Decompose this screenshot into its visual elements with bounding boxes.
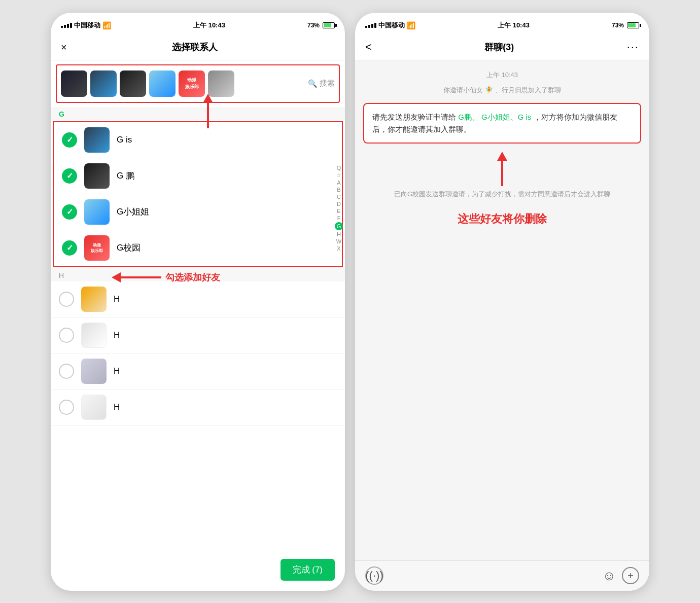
- contact-g-jiejie[interactable]: G小姐姐: [54, 194, 342, 230]
- time-right: 上午 10:43: [498, 21, 530, 30]
- status-bar-left: 中国移动 📶 上午 10:43 73%: [51, 13, 345, 35]
- name-g-xiaoyuan: G校园: [117, 242, 334, 254]
- check-g-is[interactable]: [62, 132, 77, 148]
- warning-highlight: G鹏、 G小姐姐、G is: [458, 113, 531, 121]
- emoji-button[interactable]: ☺: [602, 568, 616, 584]
- name-h-2: H: [114, 330, 337, 340]
- alpha-b[interactable]: B: [337, 187, 340, 193]
- chat-timestamp: 上午 10:43: [363, 70, 641, 80]
- check-h-4[interactable]: [59, 400, 74, 415]
- status-right-right: 73%: [612, 22, 639, 29]
- check-g-jiejie[interactable]: [62, 204, 77, 220]
- selected-thumbnails-row: 动漫娱乐郎 🔍 搜索: [56, 64, 340, 103]
- alpha-e[interactable]: E: [337, 208, 340, 214]
- contact-h-4[interactable]: H: [51, 389, 345, 425]
- name-g-jiejie: G小姐姐: [117, 206, 334, 218]
- signal-bar-r2: [368, 25, 370, 28]
- system-message: 你邀请小仙女 🧚 、行月归思加入了群聊: [363, 86, 641, 95]
- contact-h-3[interactable]: H: [51, 353, 345, 389]
- h-contacts-group: H H H H: [51, 281, 345, 425]
- thumb-3: [120, 70, 146, 97]
- battery-percent-left: 73%: [307, 22, 320, 29]
- contact-g-peng[interactable]: G 鹏: [54, 158, 342, 194]
- page-title-left: 选择联系人: [172, 41, 218, 53]
- status-left-right: 中国移动 📶: [365, 21, 415, 30]
- avatar-h-2: [81, 323, 107, 348]
- g-contacts-group: G is G 鹏 G小姐姐 动漫娱乐郎 G校园: [53, 121, 343, 267]
- check-h-3[interactable]: [59, 364, 74, 379]
- name-h-1: H: [114, 294, 337, 304]
- signal-bar-r4: [374, 23, 376, 28]
- voice-button[interactable]: ((·)): [365, 566, 383, 585]
- search-text: 搜索: [320, 79, 335, 88]
- right-phone: 中国移动 📶 上午 10:43 73% < 群聊(3) ··· 上午 10:43…: [355, 13, 649, 591]
- alpha-x[interactable]: X: [337, 245, 340, 252]
- check-h-1[interactable]: [59, 292, 74, 307]
- contact-g-xiaoyuan[interactable]: 动漫娱乐郎 G校园: [54, 230, 342, 266]
- annotation-arrow-up-right: [497, 152, 507, 186]
- annotation-text-right-container: 这些好友将你删除: [363, 211, 641, 227]
- chat-body: 上午 10:43 你邀请小仙女 🧚 、行月归思加入了群聊 请先发送朋友验证申请给…: [355, 60, 649, 560]
- warning-box: 请先发送朋友验证申请给 G鹏、 G小姐姐、G is ，对方将你加为微信朋友后，你…: [363, 103, 641, 144]
- plus-button[interactable]: +: [622, 567, 639, 584]
- signal-bar-2: [64, 25, 66, 28]
- more-button[interactable]: ···: [627, 41, 639, 54]
- signal-bar-4: [70, 23, 72, 28]
- check-g-peng[interactable]: [62, 168, 77, 184]
- close-button[interactable]: ×: [61, 42, 67, 53]
- thumb-4: [149, 70, 176, 97]
- avatar-g-peng: [84, 163, 110, 189]
- battery-percent-right: 73%: [612, 22, 624, 29]
- battery-icon-left: [323, 22, 335, 28]
- nav-bar-left: × 选择联系人: [51, 35, 345, 60]
- contact-h-2[interactable]: H: [51, 317, 345, 353]
- contact-h-1[interactable]: H: [51, 281, 345, 317]
- check-h-2[interactable]: [59, 328, 74, 343]
- signal-bars-right: [365, 23, 376, 28]
- wifi-icon-right: 📶: [407, 21, 415, 29]
- alpha-d[interactable]: D: [337, 201, 341, 207]
- time-left: 上午 10:43: [193, 21, 225, 30]
- alpha-c[interactable]: C: [337, 194, 341, 200]
- alpha-h[interactable]: H: [337, 231, 341, 237]
- chat-info-msg: 已向G校园发送群聊邀请，为了减少打扰，需对方同意邀请后才会进入群聊: [363, 189, 641, 200]
- arrow-head-up-right: [497, 152, 507, 161]
- alpha-a[interactable]: A: [337, 180, 340, 186]
- alpha-w[interactable]: W: [336, 238, 341, 244]
- left-phone: 中国移动 📶 上午 10:43 73% × 选择联系人 动漫娱乐郎 🔍 搜索 G: [51, 13, 345, 591]
- search-placeholder[interactable]: 🔍 搜索: [308, 79, 335, 88]
- nav-bar-right: < 群聊(3) ···: [355, 35, 649, 60]
- contact-g-is[interactable]: G is: [54, 122, 342, 158]
- check-g-xiaoyuan[interactable]: [62, 240, 77, 256]
- avatar-g-is: [84, 127, 110, 153]
- carrier-left: 中国移动: [74, 21, 100, 30]
- done-button[interactable]: 完成 (7): [281, 559, 335, 581]
- name-h-3: H: [114, 366, 337, 376]
- signal-bar-3: [67, 24, 69, 28]
- chat-toolbar: ((·)) ☺ +: [355, 560, 649, 591]
- carrier-right: 中国移动: [378, 21, 405, 30]
- battery-icon-right: [627, 22, 639, 28]
- avatar-g-xiaoyuan: 动漫娱乐郎: [84, 235, 110, 261]
- warning-text-1: 请先发送朋友验证申请给: [372, 113, 456, 121]
- alpha-q[interactable]: Q: [337, 165, 341, 171]
- name-g-is: G is: [117, 135, 334, 145]
- thumb-6: [208, 70, 234, 97]
- avatar-h-3: [81, 359, 107, 384]
- avatar-h-1: [81, 287, 107, 312]
- section-h-label: H: [51, 268, 345, 281]
- back-button[interactable]: <: [365, 41, 372, 54]
- page-title-right: 群聊(3): [484, 41, 514, 53]
- status-right-left: 73%: [307, 22, 335, 29]
- battery-fill-left: [324, 23, 331, 27]
- battery-fill-right: [628, 23, 636, 27]
- signal-bar-r1: [365, 26, 367, 28]
- name-h-4: H: [114, 402, 337, 412]
- alphabet-sidebar[interactable]: Q ☆ A B C D E F G H W X: [335, 165, 343, 252]
- arrow-shaft-up-right: [501, 161, 503, 186]
- alpha-g[interactable]: G: [335, 222, 343, 230]
- alpha-star[interactable]: ☆: [336, 172, 341, 179]
- alpha-f[interactable]: F: [337, 215, 341, 221]
- avatar-h-4: [81, 395, 107, 420]
- wifi-icon: 📶: [102, 21, 111, 29]
